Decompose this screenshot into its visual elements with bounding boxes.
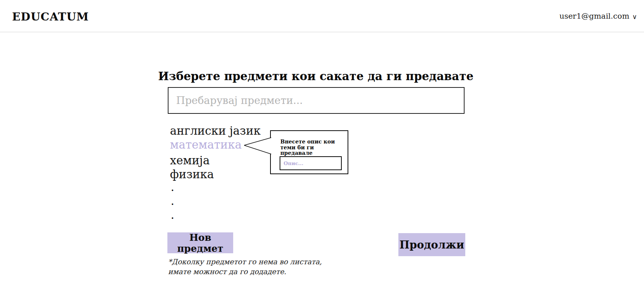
page-title: Изберете предмети кои сакате да ги преда… bbox=[158, 70, 474, 83]
chevron-down-icon: ∨ bbox=[632, 12, 637, 20]
search-box bbox=[168, 87, 465, 114]
account-menu[interactable]: user1@gmail.com ∨ bbox=[559, 12, 637, 20]
description-tooltip: Внесете опис кои теми би ги предавале bbox=[270, 130, 348, 174]
user-email: user1@gmail.com bbox=[559, 12, 629, 20]
subject-item-chemistry[interactable]: хемија bbox=[170, 153, 261, 167]
ellipsis-dot: . bbox=[171, 194, 174, 208]
subject-list-ellipsis: . . . bbox=[171, 180, 174, 222]
subject-item-physics[interactable]: физика bbox=[170, 167, 261, 181]
tooltip-text-line2: теми би ги предавале bbox=[280, 145, 348, 156]
footnote-line1: *Доколку предметот го нема во листата, bbox=[168, 257, 322, 267]
ellipsis-dot: . bbox=[171, 208, 174, 222]
description-input-box bbox=[280, 156, 342, 170]
ellipsis-dot: . bbox=[171, 180, 174, 194]
new-subject-button[interactable]: Нов предмет bbox=[167, 232, 233, 253]
tooltip-text: Внесете опис кои теми би ги предавале bbox=[280, 139, 348, 156]
tooltip-tail-arrow-icon bbox=[243, 136, 272, 155]
header: EDUCATUM user1@gmail.com ∨ bbox=[0, 0, 644, 32]
search-input[interactable] bbox=[168, 88, 464, 113]
footnote: *Доколку предметот го нема во листата, и… bbox=[168, 257, 322, 277]
continue-button[interactable]: Продолжи bbox=[398, 233, 465, 256]
logo[interactable]: EDUCATUM bbox=[12, 10, 89, 23]
tooltip-text-line1: Внесете опис кои bbox=[280, 139, 348, 145]
footnote-line2: имате можност да го додадете. bbox=[168, 267, 322, 277]
description-input[interactable] bbox=[280, 157, 341, 169]
page: EDUCATUM user1@gmail.com ∨ Изберете пред… bbox=[0, 0, 644, 299]
